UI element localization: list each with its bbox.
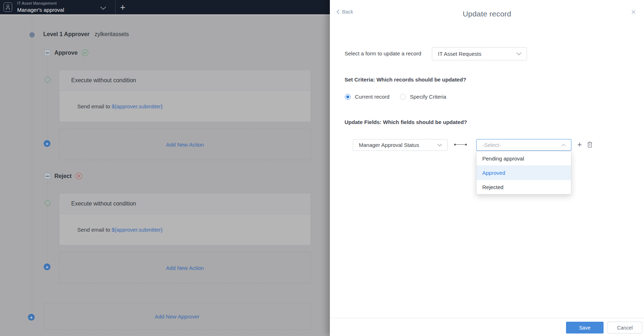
action-text: Send email to	[77, 103, 112, 109]
field-value-connector	[454, 143, 467, 146]
delete-field-row-button[interactable]	[586, 141, 593, 149]
action-recipient-link[interactable]: ${approver.submitter}	[112, 227, 163, 233]
footer-divider	[330, 318, 644, 318]
header-divider	[115, 0, 116, 14]
add-approver-plus-icon[interactable]: +	[28, 314, 35, 321]
minus-icon	[46, 53, 49, 53]
minus-icon	[46, 176, 49, 177]
add-new-approver-button[interactable]: Add New Approver	[44, 303, 311, 330]
content-top-strip	[0, 14, 330, 16]
level-label: Level 1 Approver	[43, 31, 89, 37]
add-action-plus-icon[interactable]: +	[44, 263, 50, 270]
panel-title: Update record	[330, 10, 644, 18]
radio-specify-criteria-label[interactable]: Specify Criteria	[410, 94, 447, 100]
workflow-header: IT Asset Management Manager's approval +	[0, 0, 330, 14]
level-approver-value: zylkeritassets	[94, 31, 129, 37]
condition-block[interactable]: Execute without condition Send email to …	[59, 70, 311, 122]
value-select-placeholder: -Select-	[482, 142, 561, 148]
update-fields-heading: Update Fields: Which fields should be up…	[345, 119, 467, 125]
add-workflow-button[interactable]: +	[118, 2, 127, 13]
branch-title: Reject	[54, 173, 82, 179]
form-select-value: IT Asset Requests	[438, 51, 516, 57]
workflow-canvas: IT Asset Management Manager's approval +…	[0, 0, 330, 336]
branch-spine	[47, 56, 48, 140]
option-rejected[interactable]: Rejected	[477, 180, 571, 194]
radio-current-record[interactable]	[345, 94, 351, 100]
radio-current-record-label[interactable]: Current record	[355, 94, 390, 100]
radio-specify-criteria[interactable]	[400, 94, 406, 100]
workflow-spine	[32, 14, 32, 314]
branch-spine	[47, 179, 48, 264]
update-record-panel: Back Update record ✕ Select a form to up…	[330, 0, 644, 336]
add-new-action-button[interactable]: Add New Action	[59, 129, 311, 160]
collapse-toggle[interactable]	[44, 50, 50, 56]
branch-title: Approve	[54, 49, 88, 56]
branch-connector-line	[32, 176, 44, 176]
condition-node-icon	[45, 200, 50, 206]
action-row[interactable]: Send email to ${approver.submitter}	[59, 91, 311, 122]
close-icon[interactable]: ✕	[631, 8, 636, 16]
action-text: Send email to	[77, 227, 112, 233]
screen: IT Asset Management Manager's approval +…	[0, 0, 644, 336]
value-select-dropdown[interactable]: -Select-	[476, 139, 571, 151]
branch-name: Approve	[54, 50, 78, 56]
condition-node-icon	[45, 77, 50, 83]
level-dotted-line	[136, 34, 311, 35]
chevron-down-icon	[437, 144, 442, 147]
connector-line	[456, 144, 465, 145]
level-row[interactable]: Level 1 Approverzylkeritassets	[43, 31, 129, 38]
workflow-switcher-chevron-icon[interactable]	[100, 5, 106, 11]
action-recipient-link[interactable]: ${approver.submitter}	[112, 103, 163, 109]
field-select-value: Manager Approval Status	[359, 142, 437, 148]
level-node-bullet	[29, 32, 35, 38]
approve-check-icon	[82, 49, 88, 56]
condition-header[interactable]: Execute without condition	[59, 193, 311, 214]
option-approved[interactable]: Approved	[477, 165, 571, 180]
trash-icon	[587, 142, 592, 148]
value-options-menu: Pending approval Approved Rejected	[476, 151, 571, 194]
chevron-down-icon	[516, 52, 522, 55]
flowchart-icon	[5, 5, 10, 10]
workflow-app-icon	[4, 3, 12, 12]
collapse-toggle[interactable]	[44, 173, 50, 179]
branch-connector-line	[32, 53, 44, 53]
connector-dot	[465, 144, 467, 145]
save-button[interactable]: Save	[566, 322, 604, 333]
add-field-row-button[interactable]: +	[575, 140, 584, 149]
criteria-radio-group: Current record Specify Criteria	[345, 94, 446, 100]
criteria-heading: Set Criteria: Which records should be up…	[345, 76, 466, 83]
form-select-label: Select a form to update a record	[345, 50, 421, 56]
form-select-dropdown[interactable]: IT Asset Requests	[432, 47, 527, 60]
add-new-action-button[interactable]: Add New Action	[59, 252, 311, 283]
chevron-up-icon	[561, 144, 566, 147]
add-action-plus-icon[interactable]: +	[44, 140, 50, 147]
condition-header[interactable]: Execute without condition	[59, 70, 311, 91]
branch-name: Reject	[54, 173, 72, 179]
radio-dot	[346, 95, 349, 98]
cancel-button[interactable]: Cancel	[608, 322, 642, 333]
option-pending-approval[interactable]: Pending approval	[477, 151, 571, 165]
field-select-dropdown[interactable]: Manager Approval Status	[353, 139, 448, 151]
workflow-header-text: IT Asset Management Manager's approval	[17, 1, 64, 13]
condition-block[interactable]: Execute without condition Send email to …	[59, 193, 311, 245]
action-row[interactable]: Send email to ${approver.submitter}	[59, 214, 311, 245]
workflow-name[interactable]: Manager's approval	[17, 7, 64, 13]
reject-x-icon	[75, 173, 82, 179]
app-name: IT Asset Management	[17, 1, 64, 5]
